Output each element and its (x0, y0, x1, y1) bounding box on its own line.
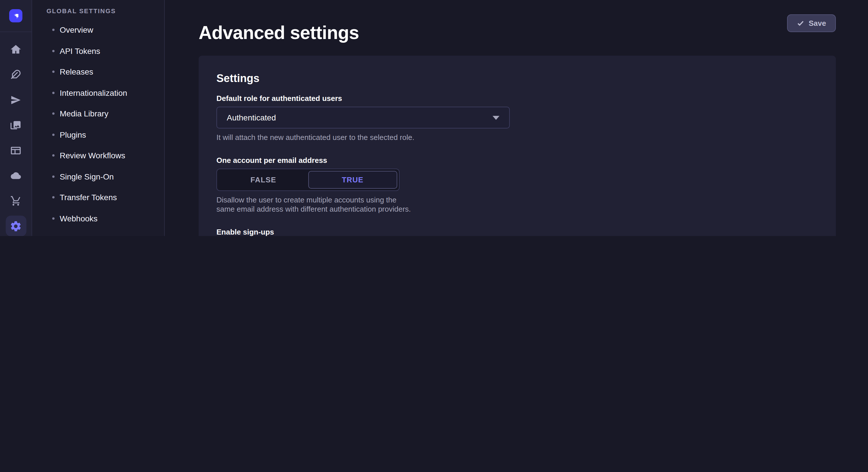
field-hint-one-account-per-email: Disallow the user to create multiple acc… (216, 196, 413, 214)
settings-card-heading: Settings (216, 72, 818, 85)
app-window: KD GLOBAL SETTINGSOverviewAPI TokensRele… (0, 0, 868, 236)
field-label-enable-sign-ups: Enable sign-ups (216, 228, 818, 236)
feather-icon (10, 69, 22, 80)
sidebar-item-label: Overview (60, 26, 93, 35)
cart-icon (10, 195, 22, 207)
toggle-option-one-account-per-email-true[interactable]: TRUE (308, 171, 397, 189)
rail-layout-icon[interactable] (3, 138, 28, 163)
field-enable-sign-ups: Enable sign-upsFALSETRUEWhen disabled (O… (216, 228, 818, 236)
rail-home-icon[interactable] (3, 37, 28, 62)
field-one-account-per-email: One account per email addressFALSETRUEDi… (216, 156, 818, 214)
main-nav-rail: KD (0, 0, 32, 236)
settings-sub-nav: GLOBAL SETTINGSOverviewAPI TokensRelease… (32, 0, 165, 236)
nav-section-heading: GLOBAL SETTINGS (46, 7, 164, 14)
sidebar-item-webhooks[interactable]: Webhooks (46, 208, 164, 229)
toggle-one-account-per-email: FALSETRUE (216, 169, 400, 191)
rail-cloud-icon[interactable] (3, 163, 28, 188)
sidebar-item-label: API Tokens (60, 46, 100, 56)
sidebar-item-releases[interactable]: Releases (46, 61, 164, 82)
logo-container (0, 0, 32, 32)
save-button[interactable]: Save (787, 14, 836, 32)
toggle-option-one-account-per-email-false[interactable]: FALSE (219, 171, 308, 189)
sidebar-item-label: Transfer Tokens (60, 193, 117, 202)
field-label-one-account-per-email: One account per email address (216, 156, 818, 165)
strapi-logo-icon[interactable] (9, 9, 22, 22)
sidebar-item-overview[interactable]: Overview (46, 20, 164, 40)
rail-paper-plane-icon[interactable] (3, 87, 28, 112)
chevron-down-icon (493, 115, 499, 120)
main-content: Advanced settings Save Settings Default … (165, 0, 868, 236)
bullet-icon (52, 196, 55, 199)
nav-list: OverviewAPI TokensReleasesInternationali… (46, 20, 164, 229)
paper-plane-icon (10, 94, 22, 106)
sidebar-item-label: Releases (60, 67, 93, 76)
page-header: Advanced settings Save (165, 0, 868, 43)
rail-icon-list (3, 32, 28, 236)
sidebar-item-label: Media Library (60, 109, 108, 119)
settings-nav-sections: GLOBAL SETTINGSOverviewAPI TokensRelease… (32, 0, 164, 236)
sidebar-item-label: Review Workflows (60, 151, 125, 160)
bullet-icon (52, 29, 55, 31)
sidebar-item-label: Internationalization (60, 88, 127, 98)
sidebar-item-plugins[interactable]: Plugins (46, 124, 164, 145)
layout-icon (10, 144, 22, 156)
sidebar-item-review-workflows[interactable]: Review Workflows (46, 145, 164, 166)
rail-media-library-icon[interactable] (3, 112, 28, 138)
bullet-icon (52, 175, 55, 178)
select-default-role[interactable]: Authenticated (216, 107, 510, 129)
bullet-icon (52, 71, 55, 73)
settings-fields: Default role for authenticated usersAuth… (216, 94, 818, 236)
bullet-icon (52, 217, 55, 220)
field-hint-default-role: It will attach the new authenticated use… (216, 133, 818, 142)
bullet-icon (52, 113, 55, 115)
bullet-icon (52, 155, 55, 157)
gear-icon (10, 220, 22, 232)
home-icon (10, 43, 22, 55)
bullet-icon (52, 134, 55, 136)
sidebar-item-internationalization[interactable]: Internationalization (46, 82, 164, 103)
rail-gear-icon[interactable] (5, 216, 26, 236)
bullet-icon (52, 50, 55, 52)
sidebar-item-api-tokens[interactable]: API Tokens (46, 40, 164, 61)
check-icon (797, 20, 804, 27)
sidebar-item-transfer-tokens[interactable]: Transfer Tokens (46, 187, 164, 208)
field-default-role: Default role for authenticated usersAuth… (216, 94, 818, 142)
media-library-icon (10, 119, 22, 131)
page-title: Advanced settings (198, 22, 836, 43)
bullet-icon (52, 92, 55, 94)
sidebar-item-label: Single Sign-On (60, 172, 114, 181)
cloud-icon (10, 169, 22, 181)
select-value: Authenticated (227, 113, 276, 122)
settings-card: Settings Default role for authenticated … (198, 56, 836, 236)
sidebar-item-single-sign-on[interactable]: Single Sign-On (46, 166, 164, 187)
field-label-default-role: Default role for authenticated users (216, 94, 818, 103)
sidebar-item-label: Webhooks (60, 214, 98, 223)
sidebar-item-label: Plugins (60, 130, 86, 139)
sidebar-item-media-library[interactable]: Media Library (46, 103, 164, 124)
save-button-label: Save (809, 19, 826, 28)
rail-feather-icon[interactable] (3, 62, 28, 87)
rail-cart-icon[interactable] (3, 188, 28, 213)
